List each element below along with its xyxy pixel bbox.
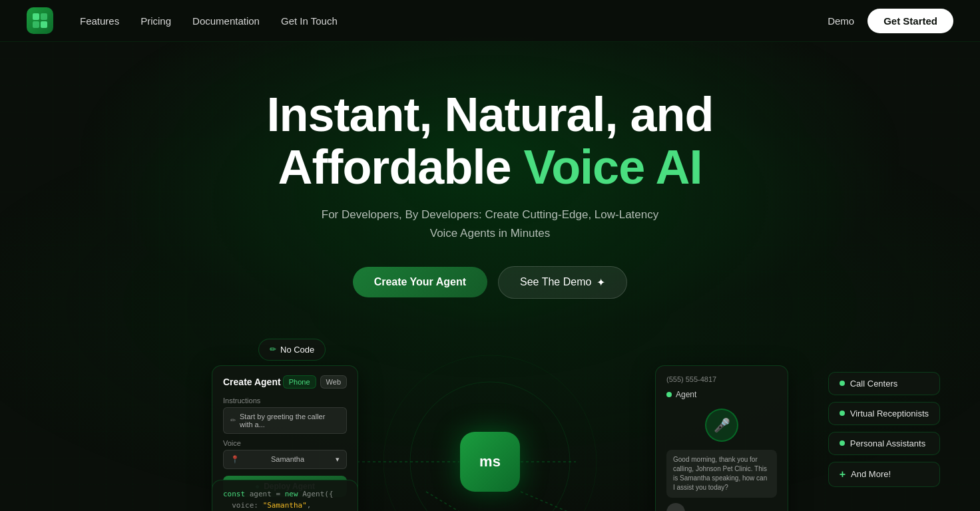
hero-title-line1: Instant, Natural, and: [266, 88, 713, 141]
agent-dot: [666, 392, 672, 397]
card-header: Create Agent Phone Web: [223, 375, 347, 389]
edit-icon: ✏: [230, 417, 236, 424]
tab-web[interactable]: Web: [320, 375, 347, 389]
feature-dot-1: [840, 381, 845, 386]
feature-personal-assistants: Personal Assistants: [828, 432, 940, 455]
feature-and-more: + And More!: [828, 462, 940, 487]
phone-card: (555) 555-4817 Agent 🎤 Good morning, tha…: [655, 365, 788, 511]
ms-logo-center: ms: [460, 432, 520, 492]
nav-documentation[interactable]: Documentation: [192, 15, 260, 27]
avatar: [666, 503, 685, 511]
tab-group: Phone Web: [283, 375, 347, 389]
agent-label: Agent: [676, 390, 696, 399]
nav-get-in-touch[interactable]: Get In Touch: [281, 15, 338, 27]
avatar-row: [666, 503, 777, 511]
hero-title: Instant, Natural, and Affordable Voice A…: [266, 88, 713, 194]
feature-dot-3: [840, 440, 845, 446]
logo-icon: [27, 7, 53, 34]
hero-buttons: Create Your Agent See The Demo ✦: [353, 266, 628, 299]
nav-links: Features Pricing Documentation Get In To…: [80, 15, 338, 27]
nav-demo-link[interactable]: Demo: [828, 15, 854, 27]
svg-line-7: [521, 492, 599, 511]
chevron-down-icon: ▾: [336, 455, 340, 464]
code-line-1: const agent = new Agent({: [223, 490, 347, 498]
feature-call-centers: Call Centers: [828, 372, 940, 395]
svg-rect-3: [41, 21, 47, 28]
feature-virtual-receptionists: Virtual Receptionists: [828, 402, 940, 425]
svg-rect-0: [33, 13, 39, 20]
chat-bubble: Good morning, thank you for calling, Joh…: [666, 450, 777, 498]
no-code-icon: ✏: [270, 345, 276, 354]
get-started-button[interactable]: Get Started: [867, 9, 953, 33]
hero-section: Instant, Natural, and Affordable Voice A…: [0, 42, 980, 325]
instructions-input[interactable]: ✏ Start by greeting the caller with a...: [223, 407, 347, 434]
nav-left: Features Pricing Documentation Get In To…: [27, 7, 338, 34]
card-title: Create Agent: [223, 377, 281, 387]
hero-title-plain: Affordable: [278, 140, 511, 194]
code-line-2: voice: "Samantha",: [223, 501, 347, 510]
svg-line-6: [426, 492, 459, 511]
feature-list: Call Centers Virtual Receptionists Perso…: [828, 372, 940, 487]
agent-row: Agent: [666, 390, 777, 399]
instructions-label: Instructions: [223, 397, 347, 405]
see-demo-button[interactable]: See The Demo ✦: [498, 266, 627, 299]
voice-select[interactable]: 📍 Samantha ▾: [223, 450, 347, 469]
navbar: Features Pricing Documentation Get In To…: [0, 0, 980, 42]
phone-number-display: (555) 555-4817: [666, 375, 716, 383]
voice-value: Samantha: [271, 455, 304, 463]
feature-dot-2: [840, 411, 845, 416]
create-agent-button[interactable]: Create Your Agent: [353, 267, 487, 297]
phone-top-bar: (555) 555-4817: [666, 375, 777, 383]
hero-subtitle: For Developers, By Developers: Create Cu…: [322, 206, 658, 242]
nav-pricing[interactable]: Pricing: [140, 15, 171, 27]
main-content: Instant, Natural, and Affordable Voice A…: [0, 0, 980, 511]
logo[interactable]: [27, 7, 53, 34]
code-snippet-card: const agent = new Agent({ voice: "Samant…: [212, 480, 358, 511]
plus-icon: +: [840, 468, 846, 480]
no-code-badge: ✏ No Code: [258, 339, 326, 361]
voice-select-pin: 📍: [230, 455, 240, 464]
instructions-placeholder: Start by greeting the caller with a...: [240, 413, 340, 428]
nav-right: Demo Get Started: [828, 9, 953, 33]
demo-icon: ✦: [597, 276, 605, 289]
svg-rect-1: [41, 13, 47, 20]
voice-label: Voice: [223, 439, 347, 447]
svg-rect-2: [33, 21, 39, 28]
nav-features[interactable]: Features: [80, 15, 119, 27]
mic-button[interactable]: 🎤: [705, 409, 738, 442]
diagram-section: ✏ No Code Create Agent Phone Web Instruc…: [0, 339, 980, 511]
tab-phone[interactable]: Phone: [283, 375, 316, 389]
hero-title-highlight: Voice AI: [523, 140, 702, 194]
